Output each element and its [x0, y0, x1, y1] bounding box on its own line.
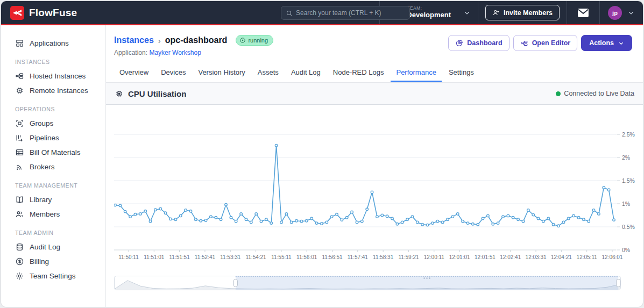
chevron-down-icon[interactable]: [464, 10, 470, 16]
pipelines-icon: [15, 133, 24, 142]
svg-text:11:55:11: 11:55:11: [271, 254, 292, 260]
mail-icon: [577, 8, 589, 18]
svg-text:2%: 2%: [622, 154, 630, 161]
brokers-icon: [15, 162, 24, 171]
open-editor-button-label: Open Editor: [532, 39, 571, 47]
svg-text:12:01:01: 12:01:01: [449, 254, 470, 260]
svg-text:11:51:51: 11:51:51: [169, 254, 190, 260]
svg-text:12:03:31: 12:03:31: [526, 254, 547, 260]
page-title: opc-dashboard: [165, 35, 228, 45]
sidebar-item-hosted-instances[interactable]: Hosted Instances: [15, 69, 101, 83]
header-actions: Dashboard Open Editor Actions: [448, 35, 632, 51]
chevron-down-icon[interactable]: [628, 10, 634, 16]
svg-text:1%: 1%: [622, 200, 630, 207]
sidebar-item-groups[interactable]: Groups: [15, 116, 101, 131]
svg-text:12:00:11: 12:00:11: [424, 254, 445, 260]
performance-panel-header: CPU Utilisation Connected to Live Data: [106, 83, 643, 105]
open-editor-button[interactable]: Open Editor: [513, 35, 578, 51]
navigator-right-handle[interactable]: [617, 280, 620, 287]
sidebar-item-label: Billing: [30, 257, 49, 266]
svg-text:12:04:21: 12:04:21: [551, 254, 572, 260]
navigator-left-handle[interactable]: [233, 280, 237, 287]
team-search[interactable]: [281, 6, 410, 20]
svg-text:11:57:41: 11:57:41: [348, 254, 369, 260]
user-avatar[interactable]: jp: [608, 6, 622, 20]
sidebar-item-brokers[interactable]: Brokers: [15, 160, 101, 174]
svg-text:11:58:31: 11:58:31: [373, 254, 394, 260]
remote-instances-icon: [15, 86, 24, 95]
application-line: Application: Mayker Workshop: [114, 49, 273, 56]
members-icon: [15, 210, 24, 219]
search-input[interactable]: [296, 9, 405, 17]
sidebar-item-billing[interactable]: Billing: [15, 254, 101, 269]
svg-text:12:02:41: 12:02:41: [500, 254, 521, 260]
flowfuse-logo-icon: [10, 6, 24, 20]
application-link[interactable]: Mayker Workshop: [149, 49, 201, 56]
applications-icon: [15, 39, 24, 48]
dashboard-button[interactable]: Dashboard: [448, 35, 509, 51]
sidebar-section-label: TEAM MANAGEMENT: [15, 182, 101, 189]
brand-name: FlowFuse: [29, 7, 77, 19]
sidebar-item-label: Groups: [30, 119, 53, 127]
application-label: Application:: [114, 49, 147, 56]
hosted-instances-icon: [15, 71, 24, 81]
breadcrumb-instances-link[interactable]: Instances: [114, 35, 154, 45]
svg-text:0.5%: 0.5%: [622, 224, 635, 230]
status-badge-label: running: [248, 37, 268, 44]
sidebar-item-members[interactable]: Members: [15, 207, 101, 221]
sidebar-item-bill-of-materials[interactable]: Bill Of Materials: [15, 145, 101, 160]
sidebar-item-label: Applications: [30, 39, 69, 47]
chart-title-label: CPU Utilisation: [128, 89, 186, 98]
sidebar-item-audit-log[interactable]: Audit Log: [15, 240, 101, 254]
svg-text:12:05:11: 12:05:11: [577, 254, 598, 260]
tab-audit-log[interactable]: Audit Log: [286, 63, 326, 82]
invite-members-button[interactable]: Invite Members: [485, 5, 560, 20]
svg-text:1.5%: 1.5%: [622, 177, 635, 184]
sidebar-section-label: TEAM ADMIN: [15, 230, 101, 236]
navbar-right: TEAM: Development Invite Members: [379, 1, 643, 24]
sidebar-item-remote-instances[interactable]: Remote Instances: [15, 83, 101, 98]
svg-text:11:59:21: 11:59:21: [398, 254, 419, 260]
actions-button[interactable]: Actions: [581, 35, 632, 51]
tab-version-history[interactable]: Version History: [193, 63, 250, 82]
status-badge: running: [236, 35, 273, 46]
sidebar-item-library[interactable]: Library: [15, 192, 101, 207]
cpu-utilisation-chart: 0%0.5%1%1.5%2%2.5%11:50:1111:51:0111:51:…: [114, 108, 639, 263]
chevron-down-icon: [618, 40, 624, 46]
instance-tabs: OverviewDevicesVersion HistoryAssetsAudi…: [106, 63, 643, 83]
sidebar-item-pipelines[interactable]: Pipelines: [15, 131, 101, 145]
svg-text:12:06:01: 12:06:01: [602, 254, 623, 260]
notifications-button[interactable]: [567, 1, 599, 24]
cpu-chart-area: 0%0.5%1%1.5%2%2.5%11:50:1111:51:0111:51:…: [106, 105, 643, 265]
tab-performance[interactable]: Performance: [391, 63, 441, 82]
brand[interactable]: FlowFuse: [1, 1, 77, 24]
page-header: Instances › opc-dashboard running Applic…: [106, 25, 643, 56]
live-status: Connected to Live Data: [556, 90, 634, 97]
sidebar-item-label: Remote Instances: [30, 87, 88, 95]
tab-node-red-logs[interactable]: Node-RED Logs: [328, 63, 390, 82]
pie-chart-icon: [455, 39, 463, 47]
svg-text:11:51:01: 11:51:01: [144, 254, 165, 260]
live-status-label: Connected to Live Data: [564, 90, 634, 97]
tab-settings[interactable]: Settings: [443, 63, 479, 82]
user-menu[interactable]: jp: [600, 1, 643, 24]
tab-assets[interactable]: Assets: [252, 63, 284, 82]
top-navbar: FlowFuse TEAM:: [1, 1, 643, 25]
sidebar-item-team-settings[interactable]: Team Settings: [15, 269, 101, 283]
svg-text:11:52:41: 11:52:41: [195, 254, 216, 260]
tab-devices[interactable]: Devices: [155, 63, 191, 82]
svg-text:11:54:21: 11:54:21: [245, 254, 266, 260]
invite-members-label: Invite Members: [504, 9, 553, 17]
sidebar-item-label: Pipelines: [30, 134, 59, 142]
audit-log-icon: [15, 242, 24, 252]
library-icon: [15, 195, 24, 204]
sidebar-item-label: Hosted Instances: [30, 72, 86, 80]
sidebar-item-applications[interactable]: Applications: [15, 36, 101, 51]
groups-icon: [15, 119, 24, 128]
user-plus-icon: [492, 9, 500, 17]
sidebar-section-label: OPERATIONS: [15, 106, 101, 112]
svg-text:2.5%: 2.5%: [622, 131, 635, 138]
tab-overview[interactable]: Overview: [114, 63, 154, 82]
sidebar-item-label: Bill Of Materials: [30, 148, 81, 156]
chart-range-navigator[interactable]: [114, 276, 621, 291]
